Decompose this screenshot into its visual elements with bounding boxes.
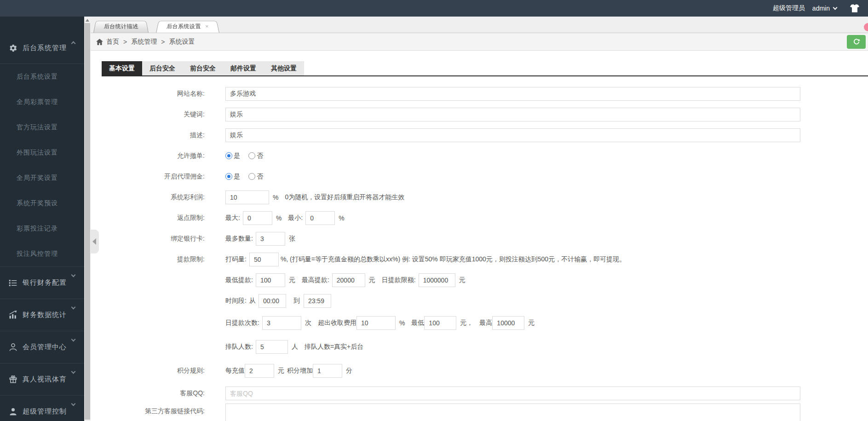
dama-label: 打码量: xyxy=(225,255,247,264)
sidebar-item-global-draw[interactable]: 全局开奖设置 xyxy=(0,165,84,190)
time-to-input[interactable] xyxy=(304,294,331,308)
agent-commission-no-radio[interactable] xyxy=(248,173,255,180)
sidebar-item-risk-control[interactable]: 投注风控管理 xyxy=(0,241,84,266)
settings-tab-bar: 基本设置 后台安全 前台安全 邮件设置 其他设置 xyxy=(102,61,304,75)
points-add-input[interactable] xyxy=(313,364,342,378)
user-filled-icon xyxy=(8,407,17,416)
sidebar-group-bank-finance[interactable]: 银行财务配置 xyxy=(0,266,84,299)
form-row: 返点限制: 最大: % 最小: % xyxy=(91,208,868,228)
bank-card-label: 绑定银行卡: xyxy=(91,235,215,243)
user-menu[interactable]: admin xyxy=(812,5,839,12)
sidebar-group-backend-system[interactable]: 后台系统管理 xyxy=(0,33,84,64)
unit-yuan: 元 xyxy=(369,276,375,284)
sidebar-group-member-center[interactable]: 会员管理中心 xyxy=(0,331,84,363)
description-input[interactable] xyxy=(225,128,800,142)
min-withdraw-label: 最低提款: xyxy=(225,276,253,284)
queue-label: 排队人数: xyxy=(225,343,253,351)
site-name-input[interactable] xyxy=(225,87,800,101)
admin-backend-page: 超级管理员 admin 后台系统管理 后台系统设置 全局彩票管理 官方玩法设置 … xyxy=(0,0,868,421)
sidebar-item-bet-records[interactable]: 彩票投注记录 xyxy=(0,216,84,241)
unit-percent: % xyxy=(339,214,344,222)
allow-cancel-yes-radio[interactable] xyxy=(225,152,232,159)
lottery-profit-note: 0为随机，设置好后须重启开将器才能生效 xyxy=(285,193,404,202)
unit-fen: 分 xyxy=(346,367,352,375)
breadcrumb-home[interactable]: 首页 xyxy=(106,38,119,46)
breadcrumb-system-settings[interactable]: 系统设置 xyxy=(169,38,195,46)
close-icon[interactable]: × xyxy=(205,23,209,30)
agent-commission-yes-radio[interactable] xyxy=(225,173,232,180)
sidebar-item-global-lottery[interactable]: 全局彩票管理 xyxy=(0,89,84,115)
sidebar-group-label: 银行财务配置 xyxy=(23,278,67,287)
unit-ren: 人 xyxy=(292,343,298,351)
agent-commission-label: 开启代理佣金: xyxy=(91,173,215,181)
sidebar-group-live-sports[interactable]: 真人视讯体育 xyxy=(0,363,84,395)
chevron-down-icon xyxy=(71,337,76,342)
sidebar-item-peripheral-play[interactable]: 外围玩法设置 xyxy=(0,140,84,165)
sidebar-group-label: 超级管理控制 xyxy=(23,407,67,416)
time-from-input[interactable] xyxy=(259,294,286,308)
gear-icon xyxy=(8,44,17,53)
keywords-label: 关键词: xyxy=(91,110,215,119)
sidebar-item-backend-settings[interactable]: 后台系统设置 xyxy=(0,64,84,89)
topbar: 超级管理员 admin xyxy=(0,0,868,17)
min-withdraw-input[interactable] xyxy=(256,273,285,287)
breadcrumb-bar: 首页 > 系统管理 > 系统设置 xyxy=(91,33,868,51)
third-party-code-input[interactable] xyxy=(225,404,800,421)
form-row: 开启代理佣金: 是 否 xyxy=(91,166,868,187)
window-tab-system-settings[interactable]: 后台系统设置× xyxy=(156,21,219,33)
tab-frontend-security[interactable]: 前台安全 xyxy=(183,61,223,75)
fee-input[interactable] xyxy=(356,316,396,330)
main-area: 后台统计描述 后台系统设置× 首页 > 系统管理 > 系统设置 xyxy=(91,17,868,421)
queue-input[interactable] xyxy=(256,340,288,354)
allow-cancel-label: 允许撤单: xyxy=(91,152,215,160)
sidebar-submenu: 后台系统设置 全局彩票管理 官方玩法设置 外围玩法设置 全局开奖设置 系统开奖预… xyxy=(0,64,84,266)
scrollbar-up-arrow[interactable] xyxy=(86,19,89,22)
lottery-profit-input[interactable] xyxy=(225,190,269,204)
user-role-label: 超级管理员 xyxy=(773,4,805,12)
allow-cancel-no-radio[interactable] xyxy=(248,152,255,159)
keywords-input[interactable] xyxy=(225,108,800,121)
tab-underline xyxy=(102,75,868,76)
tab-other-settings[interactable]: 其他设置 xyxy=(264,61,304,75)
tab-mail-settings[interactable]: 邮件设置 xyxy=(223,61,264,75)
daily-times-input[interactable] xyxy=(262,316,301,330)
notification-badge xyxy=(864,23,868,31)
fee-min-label: 最低 xyxy=(411,319,424,327)
sidebar-group-label: 会员管理中心 xyxy=(23,343,67,352)
rebate-max-input[interactable] xyxy=(243,211,272,225)
scrollbar-thumb[interactable] xyxy=(85,23,90,420)
fee-label: 超出收取费用 xyxy=(318,319,356,327)
vertical-scrollbar[interactable] xyxy=(84,17,91,421)
home-icon xyxy=(96,39,103,45)
sidebar-item-official-play[interactable]: 官方玩法设置 xyxy=(0,115,84,140)
window-tab-bar: 后台统计描述 后台系统设置× xyxy=(91,17,868,33)
sidebar-group-label: 财务数据统计 xyxy=(23,311,67,319)
recharge-input[interactable] xyxy=(245,364,274,378)
tab-basic-settings[interactable]: 基本设置 xyxy=(102,61,142,75)
fee-min-input[interactable] xyxy=(424,316,456,330)
service-qq-input[interactable] xyxy=(225,386,800,400)
daily-limit-input[interactable] xyxy=(419,273,455,287)
refresh-button[interactable] xyxy=(847,35,866,49)
dama-input[interactable] xyxy=(249,253,279,266)
bank-card-qty-input[interactable] xyxy=(256,232,285,246)
fee-max-input[interactable] xyxy=(492,316,524,330)
breadcrumb-system-management[interactable]: 系统管理 xyxy=(131,38,157,46)
unit-zhang: 张 xyxy=(289,235,295,243)
tshirt-icon[interactable] xyxy=(850,4,860,13)
window-tab-stats[interactable]: 后台统计描述 xyxy=(93,21,149,33)
sidebar-group-finance-stats[interactable]: 财务数据统计 xyxy=(0,299,84,331)
unit-percent: % xyxy=(399,319,405,327)
sidebar-group-super-admin[interactable]: 超级管理控制 xyxy=(0,395,84,421)
rebate-min-input[interactable] xyxy=(305,211,335,225)
sidebar-collapse-handle[interactable] xyxy=(91,230,99,254)
max-withdraw-input[interactable] xyxy=(332,273,365,287)
chevron-down-icon xyxy=(833,6,838,10)
tab-backend-security[interactable]: 后台安全 xyxy=(142,61,183,75)
points-rule-label: 积分规则: xyxy=(91,367,215,375)
sidebar-item-draw-preset[interactable]: 系统开奖预设 xyxy=(0,190,84,216)
queue-note: 排队人数=真实+后台 xyxy=(305,343,363,351)
unit-percent: % xyxy=(276,214,282,222)
daily-limit-label: 日提款限额: xyxy=(382,276,416,284)
sidebar-group-label: 后台系统管理 xyxy=(23,44,67,52)
